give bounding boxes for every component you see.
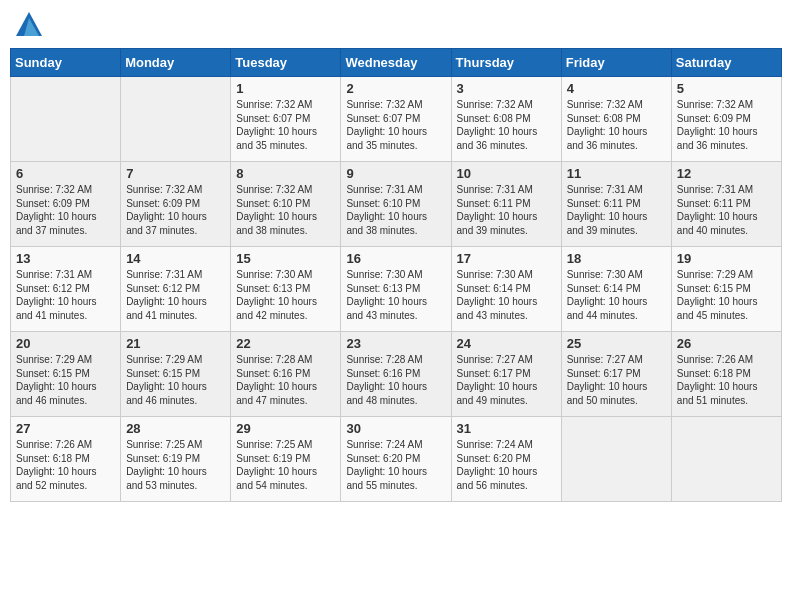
calendar-cell: 30Sunrise: 7:24 AM Sunset: 6:20 PM Dayli… xyxy=(341,417,451,502)
cell-content: Sunrise: 7:31 AM Sunset: 6:11 PM Dayligh… xyxy=(677,183,776,237)
day-number: 15 xyxy=(236,251,335,266)
day-number: 16 xyxy=(346,251,445,266)
day-number: 10 xyxy=(457,166,556,181)
day-number: 20 xyxy=(16,336,115,351)
calendar-cell: 12Sunrise: 7:31 AM Sunset: 6:11 PM Dayli… xyxy=(671,162,781,247)
calendar-cell: 20Sunrise: 7:29 AM Sunset: 6:15 PM Dayli… xyxy=(11,332,121,417)
cell-content: Sunrise: 7:29 AM Sunset: 6:15 PM Dayligh… xyxy=(677,268,776,322)
day-number: 22 xyxy=(236,336,335,351)
cell-content: Sunrise: 7:31 AM Sunset: 6:10 PM Dayligh… xyxy=(346,183,445,237)
day-number: 5 xyxy=(677,81,776,96)
calendar-cell xyxy=(121,77,231,162)
calendar-header-row: SundayMondayTuesdayWednesdayThursdayFrid… xyxy=(11,49,782,77)
cell-content: Sunrise: 7:32 AM Sunset: 6:08 PM Dayligh… xyxy=(457,98,556,152)
calendar-cell: 19Sunrise: 7:29 AM Sunset: 6:15 PM Dayli… xyxy=(671,247,781,332)
calendar-cell: 3Sunrise: 7:32 AM Sunset: 6:08 PM Daylig… xyxy=(451,77,561,162)
cell-content: Sunrise: 7:32 AM Sunset: 6:10 PM Dayligh… xyxy=(236,183,335,237)
calendar-cell: 28Sunrise: 7:25 AM Sunset: 6:19 PM Dayli… xyxy=(121,417,231,502)
day-number: 30 xyxy=(346,421,445,436)
day-header-friday: Friday xyxy=(561,49,671,77)
day-number: 17 xyxy=(457,251,556,266)
calendar-week-5: 27Sunrise: 7:26 AM Sunset: 6:18 PM Dayli… xyxy=(11,417,782,502)
day-number: 3 xyxy=(457,81,556,96)
day-number: 7 xyxy=(126,166,225,181)
cell-content: Sunrise: 7:30 AM Sunset: 6:13 PM Dayligh… xyxy=(346,268,445,322)
day-number: 19 xyxy=(677,251,776,266)
cell-content: Sunrise: 7:32 AM Sunset: 6:07 PM Dayligh… xyxy=(236,98,335,152)
day-header-saturday: Saturday xyxy=(671,49,781,77)
cell-content: Sunrise: 7:29 AM Sunset: 6:15 PM Dayligh… xyxy=(126,353,225,407)
logo-icon xyxy=(14,10,44,40)
cell-content: Sunrise: 7:32 AM Sunset: 6:07 PM Dayligh… xyxy=(346,98,445,152)
cell-content: Sunrise: 7:30 AM Sunset: 6:13 PM Dayligh… xyxy=(236,268,335,322)
page-header xyxy=(10,10,782,40)
cell-content: Sunrise: 7:32 AM Sunset: 6:09 PM Dayligh… xyxy=(16,183,115,237)
day-number: 9 xyxy=(346,166,445,181)
cell-content: Sunrise: 7:28 AM Sunset: 6:16 PM Dayligh… xyxy=(236,353,335,407)
calendar-cell: 15Sunrise: 7:30 AM Sunset: 6:13 PM Dayli… xyxy=(231,247,341,332)
calendar-cell: 22Sunrise: 7:28 AM Sunset: 6:16 PM Dayli… xyxy=(231,332,341,417)
calendar-cell: 17Sunrise: 7:30 AM Sunset: 6:14 PM Dayli… xyxy=(451,247,561,332)
calendar-cell: 8Sunrise: 7:32 AM Sunset: 6:10 PM Daylig… xyxy=(231,162,341,247)
calendar-cell: 29Sunrise: 7:25 AM Sunset: 6:19 PM Dayli… xyxy=(231,417,341,502)
day-number: 21 xyxy=(126,336,225,351)
day-number: 2 xyxy=(346,81,445,96)
calendar-cell: 24Sunrise: 7:27 AM Sunset: 6:17 PM Dayli… xyxy=(451,332,561,417)
day-number: 4 xyxy=(567,81,666,96)
logo xyxy=(14,10,48,40)
calendar-cell: 23Sunrise: 7:28 AM Sunset: 6:16 PM Dayli… xyxy=(341,332,451,417)
day-number: 13 xyxy=(16,251,115,266)
cell-content: Sunrise: 7:25 AM Sunset: 6:19 PM Dayligh… xyxy=(236,438,335,492)
calendar-week-2: 6Sunrise: 7:32 AM Sunset: 6:09 PM Daylig… xyxy=(11,162,782,247)
cell-content: Sunrise: 7:31 AM Sunset: 6:11 PM Dayligh… xyxy=(567,183,666,237)
day-number: 28 xyxy=(126,421,225,436)
calendar-cell: 7Sunrise: 7:32 AM Sunset: 6:09 PM Daylig… xyxy=(121,162,231,247)
day-number: 31 xyxy=(457,421,556,436)
day-header-monday: Monday xyxy=(121,49,231,77)
cell-content: Sunrise: 7:27 AM Sunset: 6:17 PM Dayligh… xyxy=(457,353,556,407)
day-number: 25 xyxy=(567,336,666,351)
cell-content: Sunrise: 7:29 AM Sunset: 6:15 PM Dayligh… xyxy=(16,353,115,407)
day-number: 23 xyxy=(346,336,445,351)
calendar-cell: 1Sunrise: 7:32 AM Sunset: 6:07 PM Daylig… xyxy=(231,77,341,162)
calendar-cell xyxy=(671,417,781,502)
day-header-tuesday: Tuesday xyxy=(231,49,341,77)
calendar-cell: 31Sunrise: 7:24 AM Sunset: 6:20 PM Dayli… xyxy=(451,417,561,502)
cell-content: Sunrise: 7:32 AM Sunset: 6:09 PM Dayligh… xyxy=(677,98,776,152)
cell-content: Sunrise: 7:24 AM Sunset: 6:20 PM Dayligh… xyxy=(457,438,556,492)
day-header-sunday: Sunday xyxy=(11,49,121,77)
cell-content: Sunrise: 7:31 AM Sunset: 6:12 PM Dayligh… xyxy=(16,268,115,322)
calendar-cell xyxy=(561,417,671,502)
calendar-week-1: 1Sunrise: 7:32 AM Sunset: 6:07 PM Daylig… xyxy=(11,77,782,162)
day-number: 27 xyxy=(16,421,115,436)
day-number: 6 xyxy=(16,166,115,181)
calendar-week-3: 13Sunrise: 7:31 AM Sunset: 6:12 PM Dayli… xyxy=(11,247,782,332)
calendar-cell: 9Sunrise: 7:31 AM Sunset: 6:10 PM Daylig… xyxy=(341,162,451,247)
day-number: 24 xyxy=(457,336,556,351)
cell-content: Sunrise: 7:30 AM Sunset: 6:14 PM Dayligh… xyxy=(457,268,556,322)
calendar-cell: 16Sunrise: 7:30 AM Sunset: 6:13 PM Dayli… xyxy=(341,247,451,332)
calendar-cell: 25Sunrise: 7:27 AM Sunset: 6:17 PM Dayli… xyxy=(561,332,671,417)
calendar-cell: 11Sunrise: 7:31 AM Sunset: 6:11 PM Dayli… xyxy=(561,162,671,247)
cell-content: Sunrise: 7:25 AM Sunset: 6:19 PM Dayligh… xyxy=(126,438,225,492)
cell-content: Sunrise: 7:28 AM Sunset: 6:16 PM Dayligh… xyxy=(346,353,445,407)
calendar-cell: 13Sunrise: 7:31 AM Sunset: 6:12 PM Dayli… xyxy=(11,247,121,332)
day-number: 26 xyxy=(677,336,776,351)
day-number: 1 xyxy=(236,81,335,96)
cell-content: Sunrise: 7:32 AM Sunset: 6:08 PM Dayligh… xyxy=(567,98,666,152)
cell-content: Sunrise: 7:30 AM Sunset: 6:14 PM Dayligh… xyxy=(567,268,666,322)
calendar-cell: 6Sunrise: 7:32 AM Sunset: 6:09 PM Daylig… xyxy=(11,162,121,247)
calendar-cell: 21Sunrise: 7:29 AM Sunset: 6:15 PM Dayli… xyxy=(121,332,231,417)
cell-content: Sunrise: 7:26 AM Sunset: 6:18 PM Dayligh… xyxy=(677,353,776,407)
cell-content: Sunrise: 7:24 AM Sunset: 6:20 PM Dayligh… xyxy=(346,438,445,492)
calendar-cell: 2Sunrise: 7:32 AM Sunset: 6:07 PM Daylig… xyxy=(341,77,451,162)
cell-content: Sunrise: 7:27 AM Sunset: 6:17 PM Dayligh… xyxy=(567,353,666,407)
cell-content: Sunrise: 7:31 AM Sunset: 6:12 PM Dayligh… xyxy=(126,268,225,322)
day-number: 11 xyxy=(567,166,666,181)
calendar-cell: 10Sunrise: 7:31 AM Sunset: 6:11 PM Dayli… xyxy=(451,162,561,247)
calendar-cell: 5Sunrise: 7:32 AM Sunset: 6:09 PM Daylig… xyxy=(671,77,781,162)
calendar-cell: 27Sunrise: 7:26 AM Sunset: 6:18 PM Dayli… xyxy=(11,417,121,502)
calendar-cell: 18Sunrise: 7:30 AM Sunset: 6:14 PM Dayli… xyxy=(561,247,671,332)
calendar-cell xyxy=(11,77,121,162)
day-number: 18 xyxy=(567,251,666,266)
